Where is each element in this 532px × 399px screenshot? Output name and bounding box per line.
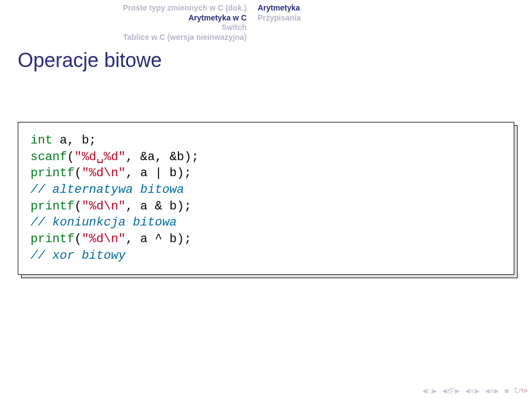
code-text: , a | b); xyxy=(126,166,192,180)
code-text: ( xyxy=(74,166,81,180)
frame-title: Operacje bitowe xyxy=(0,42,532,72)
nav-section-active[interactable]: Arytmetyka w C xyxy=(0,13,247,23)
code-comment: // alternatywa bitowa xyxy=(30,183,184,197)
nav-section[interactable]: Switch xyxy=(0,23,247,33)
code-keyword: int xyxy=(30,134,53,147)
nav-cycle-icon[interactable]: ↻૧० xyxy=(514,386,528,395)
code-comment: // xor bitowy xyxy=(30,249,126,263)
code-text: ( xyxy=(74,232,81,246)
code-keyword: printf xyxy=(30,232,74,246)
code-text: , a & b); xyxy=(126,200,192,213)
nav-subsections: Arytmetyka Przypisania xyxy=(252,3,301,42)
nav-subsection-prev-icon[interactable]: ◀≡▶ xyxy=(465,387,479,395)
nav-header: Proste typy zmiennych w C (dok.) Arytmet… xyxy=(0,0,532,42)
nav-subsection[interactable]: Przypisania xyxy=(258,13,301,23)
code-string: "%d␣%d" xyxy=(74,150,125,164)
code-text: a, b; xyxy=(53,134,96,147)
nav-slide-prev-icon[interactable]: ◀□▶ xyxy=(422,387,437,395)
code-keyword: scanf xyxy=(30,150,67,164)
code-block: int a, b; scanf("%d␣%d", &a, &b); printf… xyxy=(18,122,514,275)
code-comment: // koniunkcja bitowa xyxy=(30,216,177,229)
code-content: int a, b; scanf("%d␣%d", &a, &b); printf… xyxy=(18,122,514,275)
code-text: ( xyxy=(67,150,74,164)
code-string: "%d\n" xyxy=(81,166,125,180)
nav-section[interactable]: Tablice w C (wersja nieinwazyjna) xyxy=(0,33,247,43)
code-keyword: printf xyxy=(30,166,74,180)
code-text: , &a, &b); xyxy=(126,150,199,164)
nav-frame-prev-icon[interactable]: ◀🗗▶ xyxy=(442,387,459,395)
nav-subsection-active[interactable]: Arytmetyka xyxy=(258,3,301,13)
code-text: ( xyxy=(74,200,81,213)
code-keyword: printf xyxy=(30,200,74,213)
code-string: "%d\n" xyxy=(81,200,125,213)
nav-section-prev-icon[interactable]: ◀≡▶ xyxy=(485,387,499,395)
nav-section[interactable]: Proste typy zmiennych w C (dok.) xyxy=(0,3,247,13)
code-string: "%d\n" xyxy=(81,232,125,246)
nav-sections: Proste typy zmiennych w C (dok.) Arytmet… xyxy=(0,3,252,42)
code-text: , a ^ b); xyxy=(126,232,192,246)
nav-controls: ◀□▶ ◀🗗▶ ◀≡▶ ◀≡▶ ≡ ↻૧० xyxy=(0,382,532,399)
nav-outline-icon[interactable]: ≡ xyxy=(504,387,509,395)
